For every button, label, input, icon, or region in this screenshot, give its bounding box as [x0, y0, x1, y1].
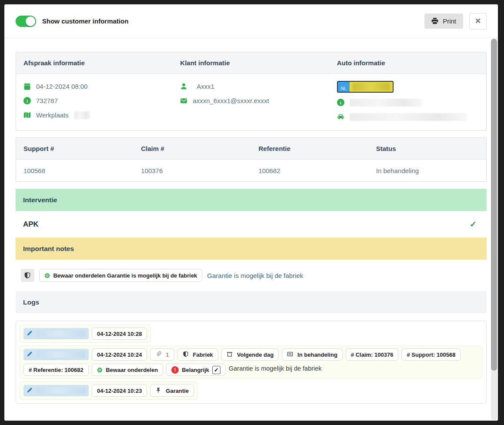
- status-label: In behandeling: [297, 351, 337, 358]
- belangrijk-checkbox[interactable]: ✓: [212, 366, 220, 374]
- info-panel: Afspraak informatie Klant informatie Aut…: [16, 52, 487, 131]
- customer-name-row: Axxx1: [180, 79, 325, 94]
- shield-icon: [24, 272, 31, 279]
- modal-scrollbar[interactable]: [491, 39, 497, 420]
- show-customer-info-toggle[interactable]: [16, 16, 36, 27]
- col-claim: Claim #: [134, 145, 251, 152]
- log-entry: 04-12-2024 10:24 1 Fabriek: [20, 345, 483, 379]
- customer-email: axxxn_6xxx1@sxxxr.exxxt: [193, 97, 269, 104]
- appointment-column: 04-12-2024 08:00 i 732787 Werkplaats: [16, 74, 173, 130]
- appointment-number: 732787: [36, 97, 58, 104]
- person-icon: [180, 83, 187, 90]
- toggle-label: Show customer information: [42, 17, 128, 25]
- customer-name: Axxx1: [193, 83, 214, 90]
- redacted-text: [350, 99, 422, 107]
- important-notes-title: Important notes: [23, 245, 74, 253]
- fabriek-badge: Fabriek: [177, 348, 218, 361]
- pin-icon: [155, 387, 163, 395]
- vehicle-column: NL i: [330, 74, 486, 130]
- pencil-icon: [27, 351, 34, 358]
- support-number: 100568: [16, 167, 134, 174]
- garantie-label: Garantie: [166, 388, 189, 394]
- logs-container: 04-12-2024 10:28 04-12-2024 10:24: [16, 321, 487, 404]
- info-icon: i: [23, 97, 31, 104]
- log-timestamp: 04-12-2024 10:23: [97, 388, 142, 394]
- plate-number-redacted: [350, 82, 393, 92]
- car-icon: [337, 113, 344, 120]
- paperclip-icon: [155, 351, 163, 358]
- envelope-icon: [180, 97, 187, 104]
- volgende-dag-badge: Volgende dag: [221, 348, 279, 361]
- alert-icon: !: [171, 366, 179, 374]
- log-timestamp-badge: 04-12-2024 10:24: [92, 348, 147, 361]
- info-icon: i: [337, 99, 344, 106]
- gear-icon: ⚙: [44, 272, 50, 279]
- appointment-location: Werkplaats: [36, 111, 69, 119]
- reference-table: Support # Claim # Referentie Status 1005…: [16, 137, 487, 182]
- vehicle-info-title: Auto informatie: [330, 59, 486, 67]
- printer-icon: [431, 17, 439, 25]
- scrollbar-thumb[interactable]: [491, 39, 497, 371]
- log-entry: 04-12-2024 10:28: [20, 325, 151, 343]
- interventie-banner: Interventie: [16, 189, 487, 211]
- pencil-icon: [27, 387, 34, 395]
- log-timestamp-badge: 04-12-2024 10:23: [92, 385, 147, 397]
- note-text: Garantie is mogelijk bij de fabriek: [207, 272, 303, 279]
- volgende-dag-label: Volgende dag: [237, 351, 274, 358]
- list-icon: [287, 351, 294, 358]
- log-timestamp: 04-12-2024 10:24: [97, 351, 142, 358]
- modal-header: Show customer information Print ✕: [4, 4, 498, 38]
- shield-button[interactable]: [21, 269, 34, 282]
- log-entry: 04-12-2024 10:23 Garantie: [20, 381, 198, 400]
- interventie-item-row: APK ✓: [16, 211, 487, 238]
- referentie-ref-badge: # Referentie: 100682: [23, 364, 89, 376]
- bewaar-label: Bewaar onderdelen: [106, 367, 158, 373]
- col-referentie: Referentie: [251, 145, 369, 152]
- belangrijk-label: Belangrijk: [182, 367, 209, 373]
- gear-icon: ⚙: [97, 367, 103, 373]
- status-value: In behandeling: [369, 167, 486, 174]
- appointment-location-row: Werkplaats: [23, 108, 168, 122]
- shield-icon: [183, 351, 190, 358]
- log-note-text: Garantie is mogelijk bij de fabriek: [229, 364, 322, 372]
- attachment-badge[interactable]: 1: [150, 348, 174, 361]
- claim-label: # Claim: 100376: [351, 351, 394, 358]
- print-button[interactable]: Print: [424, 13, 463, 29]
- logs-title: Logs: [23, 298, 39, 306]
- referentie-label: # Referentie: 100682: [29, 367, 83, 373]
- appointment-info-title: Afspraak informatie: [16, 59, 173, 67]
- garantie-badge: Garantie: [150, 385, 194, 397]
- bewaar-onderdelen-badge: ⚙ Bewaar onderdelen: [92, 364, 163, 376]
- attachment-count: 1: [166, 351, 169, 358]
- col-status: Status: [369, 145, 486, 152]
- support-ref-badge: # Support: 100568: [401, 348, 461, 361]
- belangrijk-badge: ! Belangrijk ✓: [166, 364, 226, 376]
- important-notes-banner: Important notes: [16, 238, 487, 260]
- appointment-number-row: i 732787: [23, 94, 168, 108]
- appointment-datetime: 04-12-2024 08:00: [36, 83, 87, 90]
- vehicle-model-row: [337, 110, 482, 124]
- appointment-datetime-row: 04-12-2024 08:00: [23, 79, 168, 94]
- col-support: Support #: [16, 145, 134, 152]
- fabriek-label: Fabriek: [193, 351, 213, 358]
- redacted-text: [37, 351, 85, 358]
- customer-email-row: axxxn_6xxx1@sxxxr.exxxt: [180, 94, 325, 108]
- vehicle-info-row: i: [337, 95, 482, 110]
- log-author-redacted: [23, 328, 89, 339]
- claim-ref-badge: # Claim: 100376: [346, 348, 399, 361]
- plate-country-label: NL: [338, 82, 350, 92]
- badge-label: Bewaar onderdelen Garantie is mogelijk b…: [53, 272, 197, 279]
- bewaar-onderdelen-badge[interactable]: ⚙ Bewaar onderdelen Garantie is mogelijk…: [39, 269, 202, 282]
- close-icon: ✕: [475, 17, 481, 25]
- log-author-redacted: [23, 349, 89, 360]
- customer-info-modal: Show customer information Print ✕ Afspra…: [4, 4, 498, 421]
- log-author-redacted: [23, 385, 89, 396]
- interventie-title: Interventie: [23, 196, 57, 204]
- support-label: # Support: 100568: [407, 351, 455, 358]
- close-button[interactable]: ✕: [469, 13, 487, 30]
- license-plate: NL: [337, 81, 394, 93]
- pencil-icon: [27, 330, 34, 338]
- redacted-text: [37, 331, 85, 337]
- print-label: Print: [443, 17, 456, 25]
- logs-banner: Logs: [16, 291, 487, 313]
